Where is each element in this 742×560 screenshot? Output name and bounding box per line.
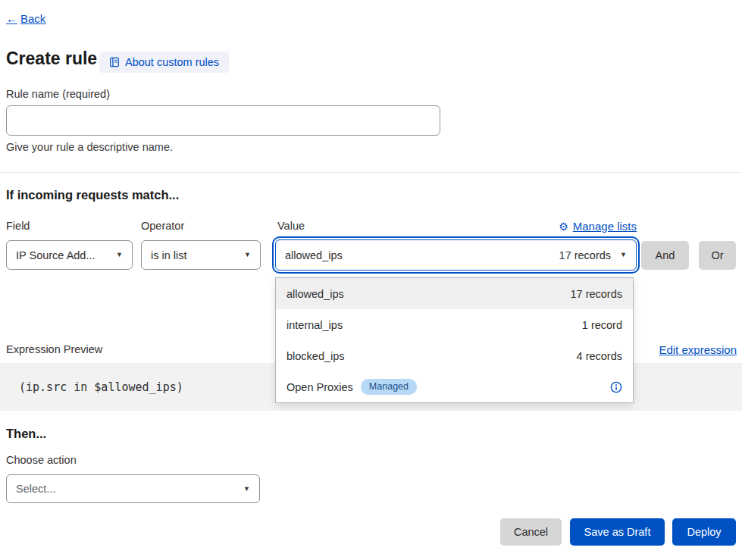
- or-button[interactable]: Or: [699, 241, 736, 270]
- list-option-name: Open Proxies: [286, 381, 353, 393]
- value-select-records: 17 records: [559, 249, 612, 261]
- value-select[interactable]: allowed_ips 17 records ▼: [275, 239, 637, 271]
- save-as-draft-button[interactable]: Save as Draft: [570, 518, 665, 546]
- list-option-name: internal_ips: [286, 319, 343, 331]
- back-link[interactable]: ←Back: [6, 12, 45, 25]
- operator-select-value: is in list: [151, 249, 187, 261]
- manage-lists-label: Manage lists: [573, 220, 637, 233]
- action-select-placeholder: Select...: [16, 483, 55, 495]
- managed-badge: Managed: [361, 379, 417, 396]
- page-title: Create rule: [6, 48, 97, 69]
- field-select-value: IP Source Add...: [16, 249, 95, 261]
- create-rule-page: ←Back Create rule About custom rules Rul…: [0, 0, 742, 560]
- field-label: Field: [6, 220, 30, 232]
- section-divider: [0, 172, 742, 173]
- then-section-title: Then...: [6, 427, 46, 441]
- rule-name-input[interactable]: [6, 105, 440, 136]
- match-section-title: If incoming requests match...: [6, 188, 179, 202]
- list-option-name: allowed_ips: [286, 288, 344, 300]
- list-option-name: blocked_ips: [286, 350, 345, 362]
- list-option-open-proxies[interactable]: Open Proxies Managed: [276, 371, 633, 402]
- list-option-blocked-ips[interactable]: blocked_ips 4 records: [276, 340, 633, 371]
- back-label: Back: [20, 12, 45, 25]
- manage-lists-link[interactable]: ⚙ Manage lists: [559, 220, 637, 233]
- list-option-internal-ips[interactable]: internal_ips 1 record: [276, 309, 633, 340]
- about-custom-rules-link[interactable]: About custom rules: [99, 52, 229, 73]
- chevron-down-icon: ▼: [244, 252, 251, 258]
- cancel-button[interactable]: Cancel: [500, 518, 562, 546]
- info-icon[interactable]: [610, 381, 622, 393]
- expression-code: (ip.src in $allowed_ips): [19, 380, 183, 394]
- about-custom-rules-label: About custom rules: [125, 56, 219, 68]
- edit-expression-link[interactable]: Edit expression: [659, 343, 737, 356]
- list-option-records: 4 records: [577, 350, 622, 362]
- value-dropdown-menu: allowed_ips 17 records internal_ips 1 re…: [275, 277, 634, 403]
- action-select[interactable]: Select... ▼: [6, 474, 260, 503]
- operator-label: Operator: [141, 220, 184, 232]
- value-select-value: allowed_ips: [285, 249, 343, 261]
- field-select[interactable]: IP Source Add... ▼: [6, 240, 133, 270]
- chevron-down-icon: ▼: [116, 252, 123, 258]
- deploy-button[interactable]: Deploy: [672, 518, 736, 546]
- choose-action-label: Choose action: [6, 454, 77, 466]
- value-label: Value: [277, 220, 305, 232]
- back-arrow-icon: ←: [6, 12, 17, 25]
- expression-preview-label: Expression Preview: [6, 343, 102, 355]
- chevron-down-icon: ▼: [620, 252, 627, 258]
- chevron-down-icon: ▼: [243, 486, 250, 493]
- rule-name-label: Rule name (required): [6, 88, 110, 100]
- rule-name-help-text: Give your rule a descriptive name.: [6, 141, 173, 153]
- operator-select[interactable]: is in list ▼: [141, 240, 261, 270]
- list-option-records: 17 records: [570, 288, 622, 300]
- and-button[interactable]: And: [641, 241, 689, 270]
- list-option-records: 1 record: [582, 319, 622, 331]
- list-option-allowed-ips[interactable]: allowed_ips 17 records: [276, 278, 633, 309]
- book-icon: [109, 57, 120, 67]
- gear-icon: ⚙: [559, 221, 568, 233]
